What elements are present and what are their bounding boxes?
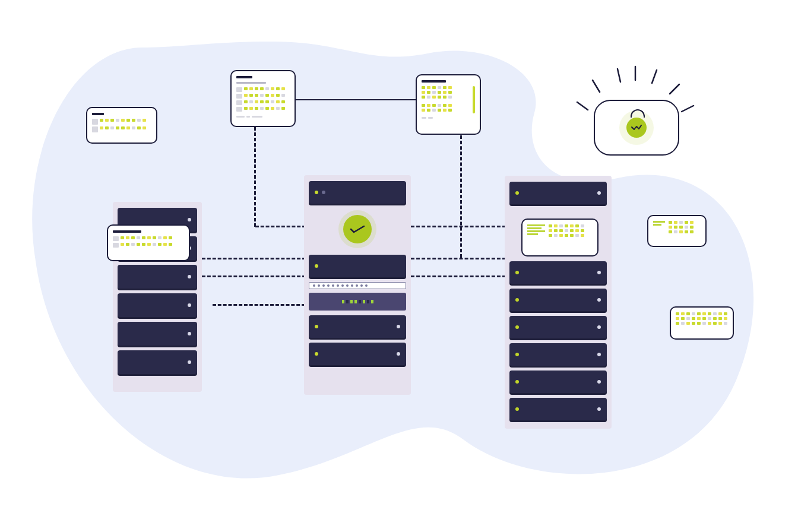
rack-unit: [509, 343, 607, 366]
infrastructure-diagram: .row i { width:6px; height:5px; border-r…: [0, 0, 798, 532]
rack-unit: [118, 265, 197, 289]
patch-row: [309, 293, 406, 311]
rack-unit: [118, 293, 197, 317]
dashboard-far-left: [86, 107, 157, 144]
rack-unit: [118, 350, 197, 374]
edge-left-mid-3: [213, 304, 305, 306]
switch-strip: [309, 282, 406, 289]
rack-unit: [509, 261, 607, 284]
edge-mid-right-3: [411, 276, 506, 277]
rack-unit: [309, 315, 406, 338]
rack-unit: [309, 343, 406, 365]
svg-line-5: [670, 84, 679, 94]
rack-unit: [118, 322, 197, 346]
check-badge-icon: [343, 215, 372, 243]
svg-line-0: [577, 102, 588, 110]
rack-unit: [509, 398, 607, 420]
edge-mid-right-2: [411, 258, 506, 259]
rack-unit: [309, 255, 406, 277]
patch-panel: [309, 282, 406, 311]
dashboard-overlay-right: [521, 218, 598, 256]
dashboard-top-left: [230, 70, 296, 127]
cloud-rays-icon: [570, 65, 701, 137]
server-rack-middle: [304, 175, 411, 395]
dashboard-side-2: [670, 306, 734, 340]
dashboard-top-right: [416, 74, 481, 135]
rack-unit: [309, 181, 406, 204]
rack-unit: [509, 316, 607, 338]
rack-unit: [509, 370, 607, 393]
svg-line-6: [682, 106, 694, 112]
svg-line-1: [593, 80, 600, 92]
edge-solid-top: [296, 99, 417, 100]
edge-left-mid-1: [202, 258, 306, 259]
edge-left-mid-2: [202, 276, 306, 277]
edge-dashboardTR-down: [460, 135, 462, 258]
svg-line-2: [618, 69, 620, 82]
dashboard-side-1: [647, 215, 707, 247]
edge-dashboardTL-to-mid-h: [255, 226, 306, 227]
edge-mid-right-1: [411, 226, 506, 227]
rack-unit: [509, 289, 607, 311]
rack-unit: [509, 182, 607, 204]
server-rack-right: [505, 176, 612, 429]
edge-dashboardTL-to-mid-v: [254, 127, 256, 227]
svg-line-4: [652, 70, 657, 83]
dashboard-overlay-left: [107, 224, 190, 261]
rack-badge-slot: [309, 208, 406, 250]
